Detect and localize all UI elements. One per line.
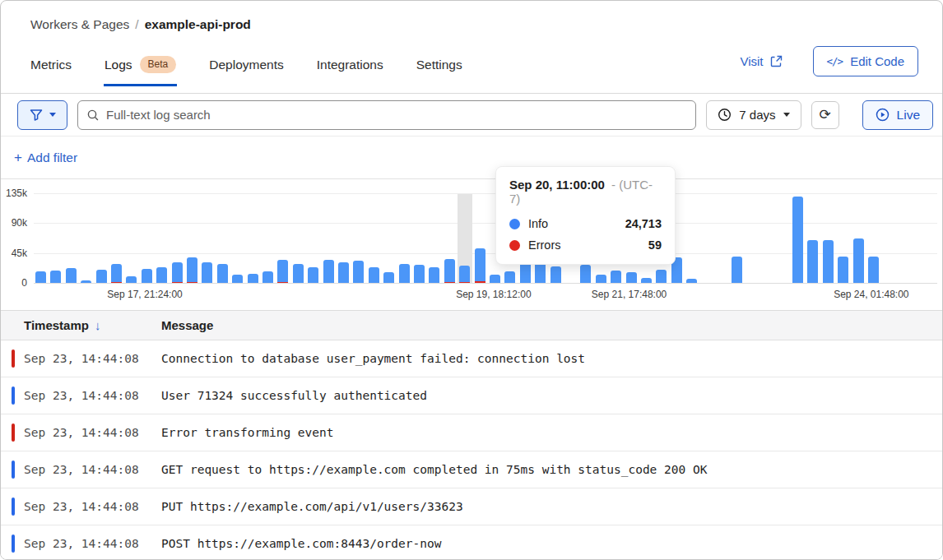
chart-bar[interactable] <box>277 260 288 283</box>
chart-bar-error-segment <box>172 282 183 284</box>
log-row[interactable]: Sep 23, 14:44:08Error transforming event <box>1 414 942 451</box>
external-link-icon <box>770 55 783 67</box>
chart-bar[interactable] <box>504 271 515 283</box>
chart-bar[interactable] <box>202 262 212 283</box>
chart-bar-info-segment <box>611 271 621 283</box>
tab-row: MetricsLogsBetaDeploymentsIntegrationsSe… <box>1 46 942 86</box>
chart-bar[interactable] <box>459 266 470 283</box>
column-header-timestamp[interactable]: Timestamp ↓ <box>1 318 161 332</box>
log-row[interactable]: Sep 23, 14:44:08PUT https://example.com/… <box>1 488 942 525</box>
info-level-indicator <box>12 535 15 553</box>
breadcrumb-section[interactable]: Workers & Pages <box>30 17 129 31</box>
chart-bar[interactable] <box>414 265 425 283</box>
chevron-down-icon <box>783 113 790 117</box>
chart-bar[interactable] <box>656 270 667 283</box>
chart-bar[interactable] <box>126 276 137 283</box>
x-axis-tick-label: Sep 17, 21:24:00 <box>107 289 182 300</box>
chart-bar-info-segment <box>156 267 167 283</box>
search-input[interactable] <box>77 100 696 130</box>
chart-bar[interactable] <box>81 280 91 283</box>
chart-bar[interactable] <box>232 275 243 283</box>
chart-bar[interactable] <box>399 264 410 283</box>
chart-bar[interactable] <box>248 274 258 283</box>
chart-bar-info-segment <box>550 266 561 283</box>
chart-bar[interactable] <box>596 275 606 283</box>
log-volume-chart: 135k90k45k0 Sep 17, 21:24:00Sep 19, 18:1… <box>1 179 942 310</box>
chart-bar[interactable] <box>111 264 122 283</box>
chart-bar[interactable] <box>353 261 364 283</box>
chart-bar[interactable] <box>580 265 591 283</box>
chart-bar[interactable] <box>686 279 697 283</box>
log-row[interactable]: Sep 23, 14:44:08Connection to database u… <box>1 340 942 377</box>
tooltip-timestamp: Sep 20, 11:00:00 <box>509 178 605 192</box>
chart-tooltip: Sep 20, 11:00:00 - (UTC-7) Info24,713Err… <box>495 166 676 265</box>
chart-bar-error-segment <box>277 282 288 284</box>
chart-bar[interactable] <box>868 257 879 283</box>
edit-code-button[interactable]: </> Edit Code <box>813 46 918 76</box>
breadcrumb-current: example-api-prod <box>145 17 251 31</box>
chart-bar[interactable] <box>838 257 848 283</box>
tabs: MetricsLogsBetaDeploymentsIntegrationsSe… <box>30 54 463 86</box>
chart-bar[interactable] <box>172 262 183 283</box>
chart-bar[interactable] <box>853 238 864 283</box>
info-level-indicator <box>12 498 15 516</box>
chart-bar[interactable] <box>323 260 334 283</box>
log-row[interactable]: Sep 23, 14:44:08GET request to https://e… <box>1 451 942 488</box>
log-row[interactable]: Sep 23, 14:44:08POST https://example.com… <box>1 525 942 560</box>
chart-bar[interactable] <box>50 271 61 283</box>
chart-bar-info-segment <box>35 271 46 283</box>
chart-bar[interactable] <box>262 271 273 283</box>
chart-bar-info-segment <box>277 260 288 282</box>
chart-bar[interactable] <box>96 270 107 283</box>
info-level-indicator <box>12 460 15 479</box>
chart-bar[interactable] <box>293 264 304 283</box>
refresh-icon: ⟳ <box>819 106 830 123</box>
chart-bar[interactable] <box>142 269 152 283</box>
live-button[interactable]: Live <box>862 100 933 130</box>
chart-bar-info-segment <box>293 264 304 283</box>
tab-label: Deployments <box>209 58 283 72</box>
chart-bar[interactable] <box>792 197 803 283</box>
chart-bar[interactable] <box>308 267 318 283</box>
sort-desc-icon[interactable]: ↓ <box>95 318 101 332</box>
chart-bar[interactable] <box>732 257 742 283</box>
refresh-button[interactable]: ⟳ <box>811 101 839 129</box>
chart-bar-info-segment <box>187 257 197 281</box>
chart-bar[interactable] <box>217 264 228 283</box>
time-range-button[interactable]: 7 days <box>706 100 801 130</box>
chart-bar[interactable] <box>383 272 394 283</box>
x-axis-tick-label: Sep 24, 01:48:00 <box>834 289 908 300</box>
tab-metrics[interactable]: Metrics <box>30 54 72 86</box>
chart-bar[interactable] <box>66 268 77 283</box>
filter-menu-button[interactable] <box>17 100 67 130</box>
chart-bar[interactable] <box>550 266 561 283</box>
tab-deployments[interactable]: Deployments <box>208 54 284 86</box>
chart-bar[interactable] <box>35 271 46 283</box>
chart-bar[interactable] <box>187 257 197 283</box>
chart-bar[interactable] <box>641 278 652 283</box>
chart-bar[interactable] <box>156 267 167 283</box>
chart-bar-error-segment <box>444 282 455 284</box>
chart-bar[interactable] <box>823 240 834 283</box>
tab-logs[interactable]: LogsBeta <box>104 54 177 86</box>
add-filter-button[interactable]: + Add filter <box>14 150 77 166</box>
chart-bar[interactable] <box>429 267 439 283</box>
chart-bar[interactable] <box>611 271 621 283</box>
chart-bar-info-segment <box>126 276 137 283</box>
chart-bar-info-segment <box>792 197 803 283</box>
chart-bar[interactable] <box>807 240 818 283</box>
chart-bar-info-segment <box>414 265 425 283</box>
tab-integrations[interactable]: Integrations <box>316 54 384 86</box>
chart-bar[interactable] <box>490 275 500 283</box>
chart-bar[interactable] <box>626 272 637 283</box>
chart-bar[interactable] <box>369 267 379 283</box>
chart-bar[interactable] <box>338 262 349 283</box>
chart-bar-info-segment <box>323 260 334 283</box>
chart-bar[interactable] <box>444 259 455 283</box>
x-axis-tick-label: Sep 19, 18:12:00 <box>456 289 531 300</box>
log-row[interactable]: Sep 23, 14:44:08User 71324 successfully … <box>1 377 942 414</box>
visit-link[interactable]: Visit <box>740 54 782 68</box>
y-axis-tick-label: 135k <box>6 187 27 199</box>
chart-bar[interactable] <box>475 248 485 283</box>
tab-settings[interactable]: Settings <box>416 54 463 86</box>
